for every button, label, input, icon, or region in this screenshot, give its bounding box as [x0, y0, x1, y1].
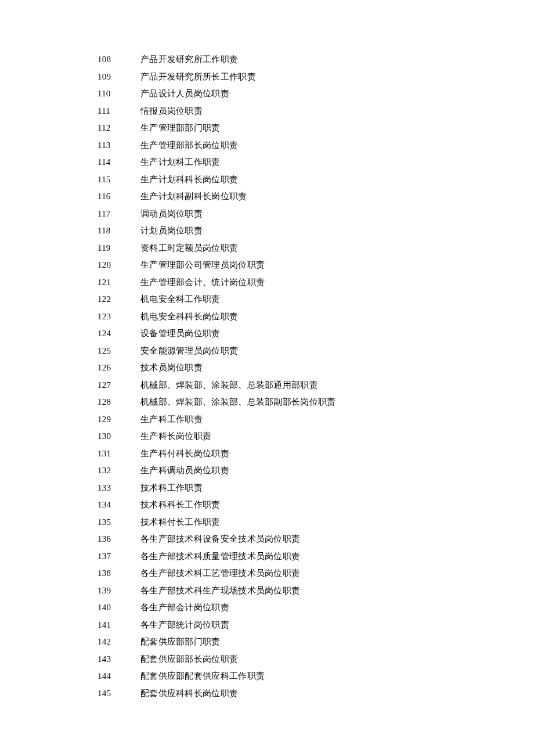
toc-row: 127机械部、焊装部、涂装部、总装部通用部职责 [98, 377, 534, 394]
toc-entry-number: 111 [98, 103, 140, 120]
toc-row: 134技术科科长工作职责 [98, 496, 534, 514]
toc-row: 114生产计划科工作职责 [98, 154, 534, 171]
toc-entry-title: 资料工时定额员岗位职责 [140, 240, 238, 257]
toc-row: 144配套供应部配套供应科工作职责 [98, 668, 534, 685]
toc-entry-title: 各生产部统计岗位职责 [140, 617, 229, 634]
toc-row: 125安全能源管理员岗位职责 [98, 343, 534, 360]
toc-entry-title: 产品设计人员岗位职责 [140, 85, 229, 103]
toc-entry-number: 132 [98, 462, 140, 480]
toc-row: 110产品设计人员岗位职责 [98, 85, 534, 103]
toc-entry-number: 123 [98, 308, 140, 326]
toc-entry-title: 各生产部技术科生产现场技术员岗位职责 [140, 582, 300, 600]
toc-entry-title: 机电安全科科长岗位职责 [140, 308, 238, 326]
toc-entry-number: 134 [98, 496, 140, 514]
toc-entry-title: 设备管理员岗位职责 [140, 325, 221, 343]
toc-row: 123机电安全科科长岗位职责 [98, 308, 534, 326]
toc-row: 131生产科付科长岗位职责 [98, 445, 534, 463]
toc-row: 124设备管理员岗位职责 [98, 325, 534, 343]
toc-row: 109产品开发研究所所长工作职责 [98, 69, 534, 86]
toc-row: 143配套供应部部长岗位职责 [98, 651, 534, 668]
toc-row: 142配套供应部部门职责 [98, 633, 534, 651]
toc-row: 111情报员岗位职责 [98, 103, 534, 120]
toc-entry-title: 生产科长岗位职责 [140, 428, 211, 445]
toc-entry-number: 142 [98, 633, 140, 651]
toc-row: 138各生产部技术科工艺管理技术员岗位职责 [98, 565, 534, 582]
toc-entry-number: 127 [98, 377, 140, 394]
toc-row: 117调动员岗位职责 [98, 206, 534, 223]
toc-entry-title: 计划员岗位职责 [140, 222, 203, 240]
toc-entry-number: 129 [98, 411, 140, 429]
toc-row: 112生产管理部部门职责 [98, 120, 534, 137]
toc-entry-number: 145 [98, 685, 140, 703]
toc-entry-number: 141 [98, 617, 140, 634]
toc-entry-number: 117 [98, 206, 140, 223]
toc-entry-title: 各生产部技术科质量管理技术员岗位职责 [140, 548, 300, 566]
toc-entry-title: 生产计划科工作职责 [140, 154, 221, 171]
toc-row: 132生产科调动员岗位职责 [98, 462, 534, 480]
toc-entry-title: 生产管理部部门职责 [140, 120, 221, 137]
toc-entry-number: 114 [98, 154, 140, 171]
toc-entry-number: 137 [98, 548, 140, 566]
toc-entry-number: 116 [98, 188, 140, 206]
toc-row: 115生产计划科科长岗位职责 [98, 171, 534, 189]
toc-entry-number: 140 [98, 599, 140, 617]
toc-entry-title: 技术科付长工作职责 [140, 514, 221, 531]
toc-entry-title: 生产科工作职责 [140, 411, 203, 429]
toc-row: 118计划员岗位职责 [98, 222, 534, 240]
toc-entry-number: 131 [98, 445, 140, 463]
toc-entry-title: 配套供应部部长岗位职责 [140, 651, 238, 668]
toc-row: 129生产科工作职责 [98, 411, 534, 429]
toc-row: 139各生产部技术科生产现场技术员岗位职责 [98, 582, 534, 600]
toc-entry-title: 安全能源管理员岗位职责 [140, 343, 238, 360]
toc-entry-title: 机械部、焊装部、涂装部、总装部通用部职责 [140, 377, 318, 394]
toc-entry-title: 生产科付科长岗位职责 [140, 445, 229, 463]
toc-entry-title: 机械部、焊装部、涂装部、总装部副部长岗位职责 [140, 394, 336, 411]
toc-row: 113生产管理部部长岗位职责 [98, 137, 534, 154]
toc-row: 119资料工时定额员岗位职责 [98, 240, 534, 257]
toc-entry-number: 121 [98, 274, 140, 291]
toc-entry-number: 143 [98, 651, 140, 668]
toc-row: 135技术科付长工作职责 [98, 514, 534, 531]
toc-entry-title: 调动员岗位职责 [140, 206, 203, 223]
toc-entry-number: 125 [98, 343, 140, 360]
toc-entry-number: 120 [98, 257, 140, 274]
toc-entry-number: 119 [98, 240, 140, 257]
toc-entry-number: 112 [98, 120, 140, 137]
toc-entry-title: 生产管理部部长岗位职责 [140, 137, 238, 154]
toc-row: 128机械部、焊装部、涂装部、总装部副部长岗位职责 [98, 394, 534, 411]
toc-entry-title: 产品开发研究所所长工作职责 [140, 69, 256, 86]
toc-entry-number: 138 [98, 565, 140, 582]
toc-entry-title: 配套供应部配套供应科工作职责 [140, 668, 265, 685]
toc-row: 130生产科长岗位职责 [98, 428, 534, 445]
toc-entry-number: 113 [98, 137, 140, 154]
toc-entry-title: 技术科工作职责 [140, 480, 203, 497]
document-page: 108产品开发研究所工作职责109产品开发研究所所长工作职责110产品设计人员岗… [0, 0, 534, 702]
toc-row: 137各生产部技术科质量管理技术员岗位职责 [98, 548, 534, 566]
toc-entry-title: 技术员岗位职责 [140, 359, 203, 377]
toc-entry-title: 生产科调动员岗位职责 [140, 462, 229, 480]
toc-entry-number: 133 [98, 480, 140, 497]
toc-row: 140各生产部会计岗位职责 [98, 599, 534, 617]
toc-entry-title: 配套供应科科长岗位职责 [140, 685, 238, 703]
table-of-contents: 108产品开发研究所工作职责109产品开发研究所所长工作职责110产品设计人员岗… [98, 51, 534, 702]
toc-entry-title: 机电安全科工作职责 [140, 291, 221, 308]
toc-entry-number: 115 [98, 171, 140, 189]
toc-entry-title: 情报员岗位职责 [140, 103, 203, 120]
toc-entry-number: 118 [98, 222, 140, 240]
toc-entry-title: 各生产部技术科设备安全技术员岗位职责 [140, 531, 300, 548]
toc-entry-number: 126 [98, 359, 140, 377]
toc-entry-title: 生产计划科科长岗位职责 [140, 171, 238, 189]
toc-entry-number: 108 [98, 51, 140, 69]
toc-entry-number: 128 [98, 394, 140, 411]
toc-row: 120生产管理部公司管理员岗位职责 [98, 257, 534, 274]
toc-row: 116生产计划科副科长岗位职责 [98, 188, 534, 206]
toc-row: 122机电安全科工作职责 [98, 291, 534, 308]
toc-row: 133技术科工作职责 [98, 480, 534, 497]
toc-entry-title: 各生产部技术科工艺管理技术员岗位职责 [140, 565, 300, 582]
toc-row: 108产品开发研究所工作职责 [98, 51, 534, 69]
toc-entry-number: 122 [98, 291, 140, 308]
toc-entry-number: 135 [98, 514, 140, 531]
toc-entry-title: 生产计划科副科长岗位职责 [140, 188, 247, 206]
toc-entry-number: 109 [98, 69, 140, 86]
toc-entry-title: 技术科科长工作职责 [140, 496, 221, 514]
